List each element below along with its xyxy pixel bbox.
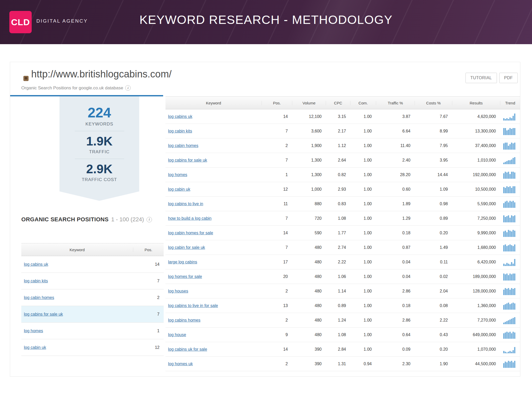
traffic-cost-label: TRAFFIC COST [82, 177, 117, 182]
keyword-cell: log cabin kits [165, 124, 262, 138]
keyword-link[interactable]: log cabins uk [24, 262, 48, 267]
costs-cell: 0.20 [415, 342, 452, 356]
keyword-cell: log cabins uk for sale [165, 342, 262, 356]
header-results[interactable]: Results [452, 101, 500, 105]
header-traffic[interactable]: Traffic % [376, 101, 415, 105]
pos-cell: 1 [133, 323, 164, 339]
trend-sparkline-icon [503, 345, 517, 353]
traffic-cell: 2.30 [376, 357, 415, 371]
keyword-cell: log cabin kits [21, 273, 133, 289]
keyword-cell: large log cabins [165, 255, 262, 269]
cpc-cell: 2.17 [326, 124, 350, 138]
table-row: log homes uk 2 390 1.31 0.94 2.30 1.90 4… [165, 357, 520, 371]
com-cell: 1.00 [350, 328, 376, 342]
database-info-icon[interactable]: i [125, 85, 131, 91]
keyword-link[interactable]: log cabins for sale uk [24, 312, 63, 317]
mini-table-row: log cabin uk 12 [21, 339, 164, 356]
table-row: log cabin kits 7 3,600 2.17 1.00 6.64 8.… [165, 124, 520, 138]
keyword-link[interactable]: log homes [24, 329, 43, 333]
keyword-cell: log cabins uk [21, 256, 133, 272]
keyword-cell: log cabins to live in [165, 197, 262, 211]
keyword-link[interactable]: log cabin kits [168, 129, 192, 134]
pos-cell: 2 [262, 284, 292, 298]
trend-sparkline-icon [503, 229, 517, 237]
table-row: log cabins for sale uk 7 1,300 2.64 1.00… [165, 153, 520, 168]
com-cell: 1.00 [350, 298, 376, 313]
keyword-link[interactable]: log cabin homes [168, 143, 198, 148]
results-cell: 189,000,000 [452, 269, 500, 284]
cpc-cell: 1.06 [326, 269, 350, 284]
positions-mini-table: Keyword Pos. log cabins uk 14 log cabin … [21, 243, 164, 356]
keyword-link[interactable]: log cabins for sale uk [168, 158, 207, 163]
keyword-link[interactable]: log cabin homes for sale [168, 231, 213, 235]
mini-table-row: log cabins uk 14 [21, 256, 164, 273]
summary-badge: 224 KEYWORDS 1.9K TRAFFIC 2.9K TRAFFIC C… [59, 96, 139, 201]
trend-cell [500, 138, 520, 153]
trend-sparkline-icon [503, 156, 517, 164]
header-costs[interactable]: Costs % [415, 101, 452, 105]
mini-header-pos[interactable]: Pos. [133, 248, 164, 252]
keyword-link[interactable]: log house [168, 332, 186, 337]
traffic-cell: 0.64 [376, 328, 415, 342]
keyword-cell: log cabins uk [165, 109, 262, 124]
volume-cell: 1,300 [292, 168, 326, 182]
keyword-link[interactable]: log cabin for sale uk [168, 245, 205, 250]
pdf-button[interactable]: PDF [499, 73, 518, 83]
keyword-link[interactable]: log cabins to live in for sale [168, 303, 218, 308]
results-cell: 7,250,000 [452, 211, 500, 225]
traffic-cell: 1.89 [376, 197, 415, 211]
com-cell: 1.00 [350, 168, 376, 182]
table-row: how to build a log cabin 7 720 1.08 1.00… [165, 211, 520, 226]
costs-cell: 0.43 [415, 328, 452, 342]
header-pos[interactable]: Pos. [262, 101, 292, 105]
keywords-count: 224 [88, 105, 111, 120]
mini-header-keyword[interactable]: Keyword [21, 248, 133, 252]
costs-cell: 7.67 [415, 109, 452, 124]
keyword-link[interactable]: log cabins to live in [168, 202, 203, 206]
keyword-link[interactable]: log cabin kits [24, 279, 48, 283]
active-tab-underline [10, 95, 163, 96]
traffic-cell: 0.04 [376, 269, 415, 284]
header-volume[interactable]: Volume [292, 101, 326, 105]
results-cell: 5,590,000 [452, 197, 500, 211]
header-com[interactable]: Com. [350, 101, 376, 105]
cpc-cell: 0.89 [326, 298, 350, 313]
header-trend[interactable]: Trend [500, 101, 520, 105]
table-row: log cabin for sale uk 7 480 2.74 1.00 0.… [165, 240, 520, 255]
tutorial-button[interactable]: TUTORIAL [466, 73, 497, 83]
keyword-link[interactable]: log homes [168, 172, 187, 177]
keyword-link[interactable]: large log cabins [168, 260, 197, 264]
costs-cell: 0.98 [415, 197, 452, 211]
keyword-link[interactable]: log cabins uk for sale [168, 347, 207, 352]
section-info-icon[interactable]: i [147, 217, 152, 222]
report-subtitle: Organic Search Positions for google.co.u… [21, 85, 123, 91]
results-cell: 128,000,000 [452, 284, 500, 298]
keyword-link[interactable]: log homes for sale [168, 274, 202, 279]
keyword-link[interactable]: how to build a log cabin [168, 216, 211, 221]
com-cell: 0.94 [350, 357, 376, 371]
keyword-link[interactable]: log cabins uk [168, 114, 192, 119]
keyword-link[interactable]: log cabin uk [24, 345, 46, 350]
trend-sparkline-icon [503, 127, 517, 135]
header-cpc[interactable]: CPC [326, 101, 350, 105]
keyword-link[interactable]: log cabin homes [24, 295, 54, 300]
traffic-cell: 2.86 [376, 284, 415, 298]
pos-cell: 13 [262, 298, 292, 313]
header-keyword[interactable]: Keyword [165, 101, 262, 105]
trend-sparkline-icon [503, 360, 517, 368]
traffic-value: 1.9K [86, 135, 112, 148]
table-row: log cabins uk for sale 14 390 2.84 1.00 … [165, 342, 520, 357]
cpc-cell: 2.84 [326, 342, 350, 356]
trend-sparkline-icon [503, 171, 517, 179]
traffic-cell: 1.29 [376, 211, 415, 225]
keyword-link[interactable]: log homes uk [168, 362, 193, 366]
keyword-link[interactable]: log cabin uk [168, 187, 190, 192]
keyword-link[interactable]: log houses [168, 289, 188, 294]
trend-sparkline-icon [503, 142, 517, 150]
volume-cell: 390 [292, 342, 326, 356]
cpc-cell: 1.12 [326, 138, 350, 153]
table-row: large log cabins 17 480 2.22 1.00 0.04 0… [165, 255, 520, 269]
trend-sparkline-icon [503, 113, 517, 121]
keyword-cell: log homes uk [165, 357, 262, 371]
keyword-link[interactable]: log cabins homes [168, 318, 201, 323]
